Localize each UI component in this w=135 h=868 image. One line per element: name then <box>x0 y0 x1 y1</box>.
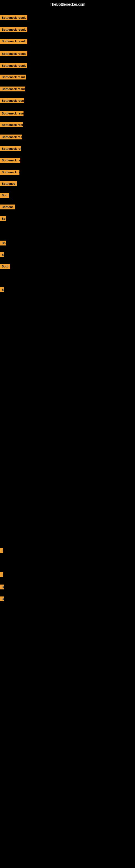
bottleneck-badge-container-10: Bottleneck resu <box>0 122 23 128</box>
bottleneck-badge-container-7: Bottleneck result <box>0 87 25 93</box>
bottleneck-badge-container-19: Bo <box>0 241 6 247</box>
bottleneck-badge-container-3: Bottleneck result <box>0 39 27 45</box>
bottleneck-badge-container-15: Bottlenec <box>0 181 17 187</box>
bottleneck-badge: | <box>0 548 3 553</box>
bottleneck-badge: Bottleneck result <box>0 39 27 44</box>
bottleneck-badge-container-1: Bottleneck result <box>0 15 27 21</box>
bottleneck-badge-container-23: | <box>0 548 3 554</box>
bottleneck-badge: Bottl <box>0 264 10 269</box>
bottleneck-badge: Bottleneck result <box>0 63 27 68</box>
bottleneck-badge: Bottleneck resu <box>0 134 22 140</box>
bottleneck-badge: B <box>0 596 4 601</box>
bottleneck-badge: Bottleneck result <box>0 27 27 32</box>
bottleneck-badge: Bottleneck result <box>0 15 27 20</box>
bottleneck-badge-container-11: Bottleneck resu <box>0 134 22 141</box>
bottleneck-badge: B <box>0 252 4 257</box>
site-title: TheBottlenecker.com <box>0 0 135 9</box>
bottleneck-badge-container-25: B <box>0 585 4 590</box>
bottleneck-badge: Bott <box>0 193 9 198</box>
bottleneck-badge: Bottleneck re <box>0 170 19 175</box>
bottleneck-badge: B <box>0 585 4 589</box>
bottleneck-badge: Bottleneck resu <box>0 111 24 116</box>
bottleneck-badge-container-13: Bottleneck res <box>0 158 20 164</box>
bottleneck-badge: Bottleneck result <box>0 87 25 91</box>
bottleneck-badge-container-8: Bottleneck resu <box>0 98 24 104</box>
bottleneck-badge: Bottleneck res <box>0 158 20 163</box>
bottleneck-badge-container-17: Bottlene <box>0 205 15 211</box>
bottleneck-badge: Bottlene <box>0 205 15 209</box>
bottleneck-badge: | <box>0 572 3 577</box>
bottleneck-badge: B <box>0 287 4 292</box>
bottleneck-badge: Bottleneck resul <box>0 74 26 80</box>
bottleneck-badge-container-22: B <box>0 287 4 293</box>
bottleneck-badge-container-21: Bottl <box>0 264 10 270</box>
bottleneck-badge-container-9: Bottleneck resu <box>0 111 24 117</box>
bottleneck-badge-container-4: Bottleneck result <box>0 51 27 57</box>
bottleneck-badge-container-12: Bottleneck res <box>0 146 21 152</box>
bottleneck-badge-container-16: Bott <box>0 193 9 199</box>
bottleneck-badge-container-14: Bottleneck re <box>0 170 19 176</box>
bottleneck-badge: Bo <box>0 241 6 246</box>
bottleneck-badge: Bottleneck res <box>0 146 21 151</box>
bottleneck-badge: Bottleneck resu <box>0 98 24 103</box>
bottleneck-badge: Bo <box>0 216 6 221</box>
bottleneck-badge-container-6: Bottleneck resul <box>0 74 26 81</box>
bottleneck-badge: Bottleneck resu <box>0 122 23 127</box>
bottleneck-badge-container-18: Bo <box>0 216 6 222</box>
bottleneck-badge: Bottleneck result <box>0 51 27 56</box>
bottleneck-badge-container-20: B <box>0 252 4 258</box>
bottleneck-badge-container-5: Bottleneck result <box>0 63 27 69</box>
bottleneck-badge-container-24: | <box>0 572 3 578</box>
bottleneck-badge: Bottlenec <box>0 181 17 186</box>
bottleneck-badge-container-2: Bottleneck result <box>0 27 27 33</box>
bottleneck-badge-container-26: B <box>0 596 4 602</box>
